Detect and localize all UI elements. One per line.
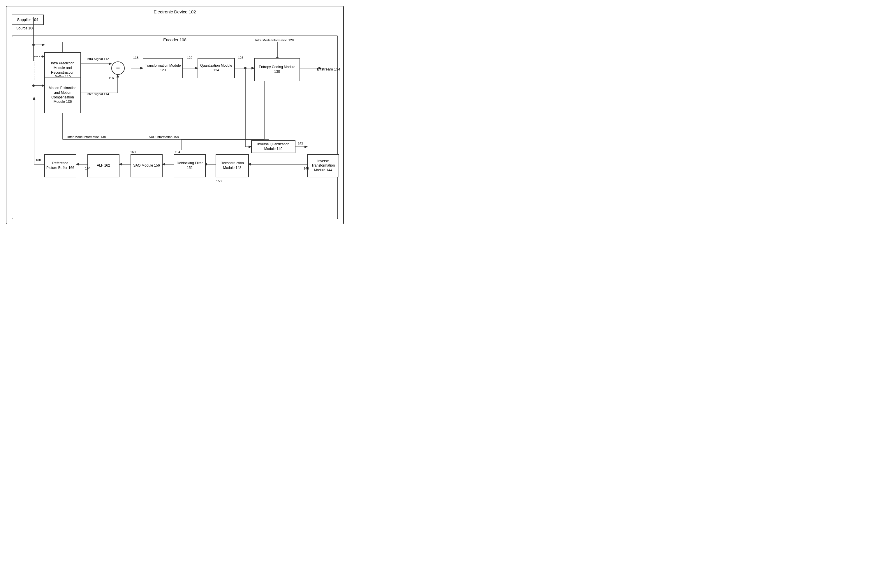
outer-title: Electronic Device 102: [11, 9, 339, 14]
motion-est-module: Motion Estimation and Motion Compensatio…: [44, 77, 81, 113]
deblock-module: Deblocking Filter 152: [174, 154, 206, 177]
encoder-container: Encoder 108: [12, 36, 338, 219]
alf-module: ALF 162: [87, 154, 119, 177]
sao-module: SAO Module 156: [131, 154, 162, 177]
ref-pic-module: Reference Picture Buffer 166: [44, 154, 76, 177]
label-122: 122: [187, 56, 192, 59]
intra-mode-label: Intra Mode Information 128: [254, 39, 295, 42]
transform-module: Transformation Module 120: [143, 58, 183, 78]
subtract-circle: −: [111, 62, 125, 75]
quantization-module: Quantization Module 124: [198, 58, 235, 78]
label-118: 118: [133, 56, 138, 59]
label-164: 164: [85, 166, 90, 170]
inv-transform-module: Inverse Transformation Module 144: [307, 154, 339, 177]
sao-info-label: SAO Information 158: [143, 135, 184, 139]
bitstream-label: Bitstream 134: [317, 67, 340, 71]
label-160: 160: [130, 150, 135, 154]
inv-quant-module: Inverse Quantization Module 140: [251, 140, 296, 153]
entropy-module: Entropy Coding Module 130: [254, 58, 300, 81]
label-142: 142: [298, 141, 303, 145]
label-146: 146: [304, 166, 309, 170]
label-150: 150: [216, 179, 221, 183]
inter-mode-label: Inter Mode Information 138: [66, 135, 107, 139]
svg-point-11: [244, 67, 246, 69]
label-168: 168: [36, 158, 41, 162]
source-label: Source 106: [16, 26, 34, 30]
label-116: 116: [108, 76, 114, 80]
intra-signal-label: Intra Signal 112: [87, 57, 109, 61]
svg-point-1: [32, 44, 35, 46]
inter-signal-label: Inter Signal 114: [87, 92, 109, 96]
label-154: 154: [175, 150, 180, 154]
label-126: 126: [238, 56, 243, 59]
recon-module: Reconstruction Module 148: [216, 154, 249, 177]
outer-container: Electronic Device 102 Supplier 104 Sourc…: [6, 6, 344, 224]
supplier-box: Supplier 104: [12, 15, 44, 25]
svg-point-3: [32, 84, 35, 87]
